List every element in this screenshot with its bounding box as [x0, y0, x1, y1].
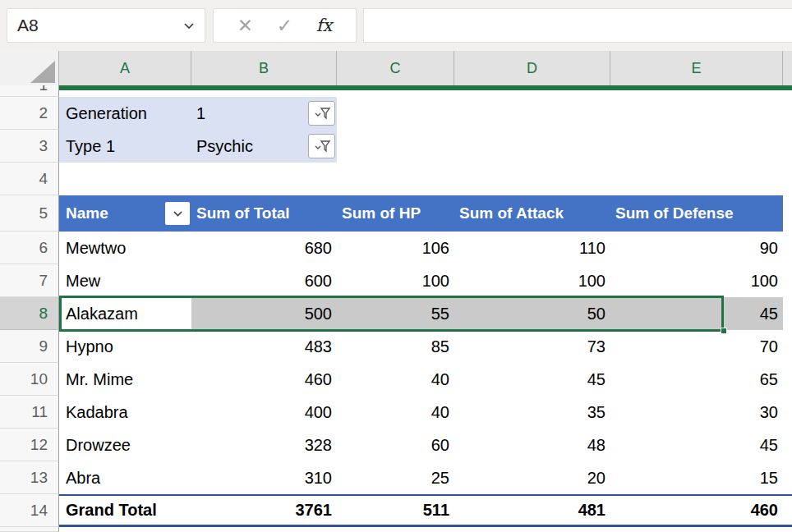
- row-header-3[interactable]: 3: [0, 130, 59, 163]
- fill-handle[interactable]: [721, 328, 727, 334]
- cell-total[interactable]: 483: [191, 330, 337, 363]
- cell-generation-value[interactable]: 1: [191, 97, 337, 130]
- cell-defense[interactable]: 90: [610, 232, 783, 264]
- row-header-1[interactable]: 1: [0, 85, 59, 97]
- cell-hp[interactable]: 25: [337, 461, 454, 494]
- cell-defense[interactable]: 15: [610, 461, 783, 494]
- cell-defense[interactable]: 70: [610, 330, 783, 363]
- cell-attack[interactable]: 73: [454, 330, 610, 363]
- fx-icon[interactable]: fx: [316, 16, 333, 35]
- pivot-header-defense[interactable]: Sum of Defense: [610, 195, 783, 232]
- cell-name[interactable]: Mr. Mime: [59, 363, 191, 396]
- row-header-7[interactable]: 7: [0, 264, 59, 297]
- column-header-partial[interactable]: [783, 51, 792, 85]
- cell-type1-value[interactable]: Psychic: [191, 130, 337, 163]
- cancel-icon[interactable]: ✕: [237, 16, 253, 35]
- column-header-c[interactable]: C: [337, 51, 454, 85]
- name-box[interactable]: A8: [7, 8, 205, 43]
- cell-hp[interactable]: 85: [337, 330, 454, 363]
- row-header-10[interactable]: 10: [0, 363, 59, 396]
- cell-attack[interactable]: 50: [454, 297, 610, 330]
- confirm-icon[interactable]: ✓: [277, 16, 292, 35]
- generation-filter-button[interactable]: [308, 101, 335, 126]
- empty-cell[interactable]: [783, 461, 792, 494]
- cell-defense[interactable]: 45: [610, 297, 783, 330]
- cell-hp[interactable]: 511: [337, 496, 454, 525]
- cell-generation-label[interactable]: Generation: [59, 97, 191, 130]
- cell-defense[interactable]: 45: [610, 429, 783, 461]
- cell-total[interactable]: 460: [191, 363, 337, 396]
- cell-defense[interactable]: 100: [610, 264, 783, 297]
- cell-total[interactable]: 328: [191, 429, 337, 461]
- empty-cells[interactable]: [337, 130, 792, 163]
- pivot-header-name[interactable]: Name: [59, 195, 191, 232]
- cell-attack[interactable]: 20: [454, 461, 610, 494]
- empty-cell[interactable]: [783, 232, 792, 264]
- cell-attack[interactable]: 100: [454, 264, 610, 297]
- chevron-down-icon[interactable]: [183, 22, 195, 30]
- empty-cell[interactable]: [783, 429, 792, 461]
- cell-total[interactable]: 3761: [191, 496, 337, 525]
- cell-hp[interactable]: 40: [337, 396, 454, 429]
- cell-grand-total-label[interactable]: Grand Total: [59, 496, 191, 525]
- cell-attack[interactable]: 481: [454, 496, 610, 525]
- row-header-4[interactable]: 4: [0, 163, 59, 195]
- row-header-13[interactable]: 13: [0, 461, 59, 494]
- empty-cell[interactable]: [783, 396, 792, 429]
- pivot-header-attack[interactable]: Sum of Attack: [454, 195, 610, 232]
- cell-hp[interactable]: 100: [337, 264, 454, 297]
- cell-name[interactable]: Hypno: [59, 330, 191, 363]
- row-header-2[interactable]: 2: [0, 97, 59, 130]
- empty-cell[interactable]: [783, 195, 792, 232]
- name-filter-dropdown[interactable]: [165, 202, 190, 225]
- column-header-b[interactable]: B: [191, 51, 337, 85]
- row-header-9[interactable]: 9: [0, 330, 59, 363]
- cell-attack[interactable]: 48: [454, 429, 610, 461]
- empty-cell[interactable]: [783, 264, 792, 297]
- cell-total[interactable]: 680: [191, 232, 337, 264]
- active-cell-name[interactable]: Alakazam: [59, 297, 191, 330]
- empty-cells[interactable]: [59, 163, 792, 195]
- cell-hp[interactable]: 60: [337, 429, 454, 461]
- cell-name[interactable]: Mewtwo: [59, 232, 191, 264]
- cell-attack[interactable]: 35: [454, 396, 610, 429]
- cell-defense[interactable]: 65: [610, 363, 783, 396]
- cell-name[interactable]: Mew: [59, 264, 191, 297]
- cell-type1-label[interactable]: Type 1: [59, 130, 191, 163]
- cell-name[interactable]: Kadabra: [59, 396, 191, 429]
- cell-total[interactable]: 600: [191, 264, 337, 297]
- row-header-11[interactable]: 11: [0, 396, 59, 429]
- cell-hp[interactable]: 55: [337, 297, 454, 330]
- row-header-6[interactable]: 6: [0, 232, 59, 264]
- empty-cell[interactable]: [783, 297, 792, 330]
- empty-cell[interactable]: [783, 363, 792, 396]
- cell-total[interactable]: 400: [191, 396, 337, 429]
- row-header-8[interactable]: 8: [0, 297, 59, 330]
- cell-attack[interactable]: 45: [454, 363, 610, 396]
- column-header-e[interactable]: E: [610, 51, 783, 85]
- empty-cells[interactable]: [59, 527, 792, 532]
- row-header-14[interactable]: 14: [0, 494, 59, 527]
- select-all-corner[interactable]: [0, 51, 59, 85]
- cell-defense[interactable]: 30: [610, 396, 783, 429]
- cell-hp[interactable]: 106: [337, 232, 454, 264]
- cell-hp[interactable]: 40: [337, 363, 454, 396]
- column-header-a[interactable]: A: [59, 51, 191, 85]
- column-header-d[interactable]: D: [454, 51, 610, 85]
- cell-total[interactable]: 500: [191, 297, 337, 330]
- cell-attack[interactable]: 110: [454, 232, 610, 264]
- row-header-15[interactable]: [0, 527, 59, 532]
- row-header-12[interactable]: 12: [0, 429, 59, 461]
- empty-cells[interactable]: [337, 97, 792, 130]
- formula-input[interactable]: [363, 8, 792, 43]
- cell-defense[interactable]: 460: [610, 496, 783, 525]
- row-header-5[interactable]: 5: [0, 195, 59, 232]
- cell-total[interactable]: 310: [191, 461, 337, 494]
- pivot-header-hp[interactable]: Sum of HP: [337, 195, 454, 232]
- pivot-header-total[interactable]: Sum of Total: [191, 195, 337, 232]
- cell-name[interactable]: Abra: [59, 461, 191, 494]
- empty-cell[interactable]: [783, 496, 792, 525]
- type1-filter-button[interactable]: [308, 134, 335, 158]
- empty-cell[interactable]: [783, 330, 792, 363]
- cell-name[interactable]: Drowzee: [59, 429, 191, 461]
